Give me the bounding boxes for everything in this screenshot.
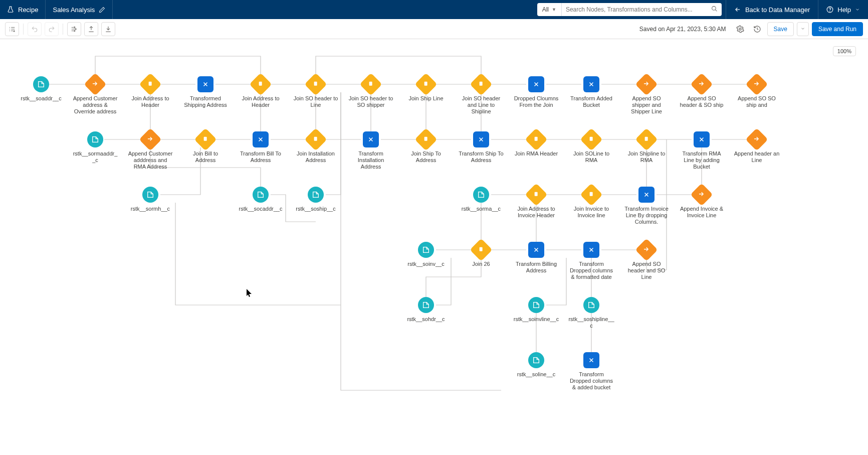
svg-rect-12 bbox=[480, 82, 483, 86]
node-join-install-addr[interactable]: Join Installation Address bbox=[293, 131, 339, 164]
node-xform-drop-bucket[interactable]: Transform Dropped columns & added bucket bbox=[568, 352, 614, 391]
node-append-hdr-line-cut[interactable]: Append header an Line bbox=[734, 131, 780, 164]
node-label: Transform Billing Address bbox=[513, 261, 559, 274]
node-input-soline[interactable]: rstk__soline__c bbox=[513, 352, 559, 378]
node-label: Join Address to Header bbox=[238, 95, 284, 108]
svg-rect-13 bbox=[204, 137, 207, 141]
node-join-bill-addr[interactable]: Join Bill to Address bbox=[182, 131, 229, 164]
node-input-soinv[interactable]: rstk__soinv__c bbox=[403, 242, 449, 267]
cursor-icon bbox=[247, 289, 253, 298]
node-xform-drop-date[interactable]: Transform Dropped columns & formatted da… bbox=[568, 242, 614, 280]
help-label: Help bbox=[837, 6, 851, 14]
node-label: Join Ship Line bbox=[403, 95, 449, 102]
node-drop-columns[interactable]: Dropped Cloumns From the Join bbox=[513, 76, 559, 108]
node-xform-billing-addr[interactable]: Transform Billing Address bbox=[513, 242, 559, 274]
add-node-button[interactable] bbox=[5, 22, 19, 36]
input-icon bbox=[473, 187, 489, 203]
node-append-so-ship-cut[interactable]: Append SO SO ship and bbox=[734, 76, 780, 108]
node-join-shipto[interactable]: Join Ship To Address bbox=[403, 131, 449, 164]
node-label: rstk__soinvline__c bbox=[513, 316, 559, 323]
join-icon bbox=[470, 238, 492, 261]
node-input-soship[interactable]: rstk__soship__c bbox=[293, 187, 339, 212]
node-join-addr-hdr[interactable]: Join Address to Header bbox=[127, 76, 173, 108]
add-list-icon bbox=[9, 26, 16, 33]
settings-button[interactable] bbox=[733, 22, 747, 36]
recipe-canvas[interactable]: 100% rstk__soa bbox=[0, 39, 868, 455]
node-input-sorma[interactable]: rstk__sorma__c bbox=[458, 187, 504, 212]
node-label: Append header an Line bbox=[734, 150, 780, 164]
save-button[interactable]: Save bbox=[767, 22, 794, 36]
node-join-addr-inv-hdr[interactable]: Join Address to Invoice Header bbox=[513, 187, 559, 219]
join-icon bbox=[359, 73, 382, 95]
svg-rect-18 bbox=[645, 137, 648, 141]
node-label: Append SO header & SO ship bbox=[679, 95, 725, 108]
recipe-title-seg[interactable]: Sales Analysis bbox=[46, 0, 113, 19]
help-icon bbox=[826, 6, 833, 13]
node-join-sohdr-line[interactable]: Join SO header to Line bbox=[293, 76, 339, 108]
node-input-soinvline[interactable]: rstk__soinvline__c bbox=[513, 297, 559, 323]
redo-button[interactable] bbox=[45, 22, 59, 36]
input-icon bbox=[418, 242, 434, 258]
node-label: Transform Invoice Line By dropping Colum… bbox=[623, 206, 670, 225]
node-input-sormaaddr[interactable]: rstk__sormaaddr__c bbox=[72, 131, 118, 164]
node-xform-rma-line[interactable]: Transform RMA Line by adding Bucket bbox=[679, 131, 725, 170]
node-join-sohdr-shipline2[interactable]: Join SO header and Line to Shipline bbox=[458, 76, 504, 115]
search-scope-dropdown[interactable]: All ▼ bbox=[537, 3, 562, 16]
node-join-shipline-rma[interactable]: Join Shipline to RMA bbox=[623, 131, 670, 164]
transform-icon bbox=[694, 131, 710, 147]
node-append-so-shipper[interactable]: Append SO shipper and Shipper Line bbox=[623, 76, 670, 115]
search-icon[interactable] bbox=[707, 6, 722, 14]
node-join-rma-hdr[interactable]: Join RMA Header bbox=[513, 131, 559, 157]
undo-button[interactable] bbox=[28, 22, 42, 36]
node-input-soaddr[interactable]: rstk__soaddr__c bbox=[18, 76, 64, 102]
save-and-run-button[interactable]: Save and Run bbox=[812, 22, 863, 36]
node-append-cust-rma[interactable]: Append Customer adddress and RMA Address bbox=[127, 131, 173, 170]
node-xform-bill-addr[interactable]: Transform Bill To Address bbox=[238, 131, 284, 164]
node-xform-shipto[interactable]: Transform Ship To Address bbox=[458, 131, 504, 164]
recipe-tab[interactable]: Recipe bbox=[0, 0, 46, 19]
help-link[interactable]: Help bbox=[818, 0, 868, 19]
save-dropdown-button[interactable] bbox=[797, 22, 809, 36]
node-input-sohdr[interactable]: rstk__sohdr__c bbox=[403, 297, 449, 323]
node-xform-invoice-drop[interactable]: Transform Invoice Line By dropping Colum… bbox=[623, 187, 670, 225]
edit-icon[interactable] bbox=[99, 7, 105, 13]
node-join-soline-rma[interactable]: Join SOLine to RMA bbox=[568, 131, 614, 164]
node-append-customer[interactable]: Append Customer address & Override addre… bbox=[72, 76, 118, 115]
upload-button[interactable] bbox=[84, 22, 98, 36]
node-append-sohdr-soline[interactable]: Append SO header and SO Line bbox=[623, 242, 670, 280]
search-input[interactable] bbox=[562, 3, 707, 16]
append-icon bbox=[635, 238, 658, 261]
history-button[interactable] bbox=[750, 22, 764, 36]
chevron-down-icon bbox=[800, 26, 805, 31]
node-join-inv-invline[interactable]: Join Invoice to Invoice line bbox=[568, 187, 614, 219]
node-label: Transform Dropped columns & added bucket bbox=[568, 371, 614, 391]
node-join-sohdr-shipper[interactable]: Join SO header to SO shipper bbox=[348, 76, 394, 108]
node-xform-ship-addr[interactable]: Transformed Shipping Address bbox=[182, 76, 229, 108]
node-xform-install-addr[interactable]: Transform Installation Address bbox=[348, 131, 394, 170]
upload-icon bbox=[88, 26, 95, 33]
layout-button[interactable] bbox=[67, 22, 81, 36]
node-label: Join SO header to SO shipper bbox=[348, 95, 394, 108]
node-join-addr-hdr2[interactable]: Join Address to Header bbox=[238, 76, 284, 108]
node-input-soshipline[interactable]: rstk__soshipline__c bbox=[568, 297, 614, 329]
append-icon bbox=[139, 128, 161, 150]
node-append-inv-line[interactable]: Append Invoice & Invoice Line bbox=[679, 187, 725, 219]
node-label: Transform RMA Line by adding Bucket bbox=[679, 150, 725, 170]
zoom-indicator[interactable]: 100% bbox=[833, 46, 856, 56]
svg-point-4 bbox=[75, 28, 76, 29]
node-input-socaddr[interactable]: rstk__socaddr__c bbox=[238, 187, 284, 212]
node-label: rstk__sorma__c bbox=[458, 206, 504, 212]
node-label: rstk__sormaaddr__c bbox=[72, 150, 118, 164]
transform-icon bbox=[363, 131, 379, 147]
back-link[interactable]: Back to Data Manager bbox=[726, 0, 818, 19]
node-append-so-hdr[interactable]: Append SO header & SO ship bbox=[679, 76, 725, 108]
transform-icon bbox=[473, 131, 489, 147]
svg-point-3 bbox=[74, 27, 75, 28]
node-xform-added-bucket[interactable]: Transform Added Bucket bbox=[568, 76, 614, 108]
download-button[interactable] bbox=[101, 22, 115, 36]
node-input-sormh[interactable]: rstk__sormh__c bbox=[127, 187, 173, 212]
node-join-shipline-1[interactable]: Join Ship Line bbox=[403, 76, 449, 102]
node-label: Transform Bill To Address bbox=[238, 150, 284, 164]
node-join-26[interactable]: Join 26 bbox=[458, 242, 504, 267]
node-label: Append SO header and SO Line bbox=[623, 261, 670, 280]
